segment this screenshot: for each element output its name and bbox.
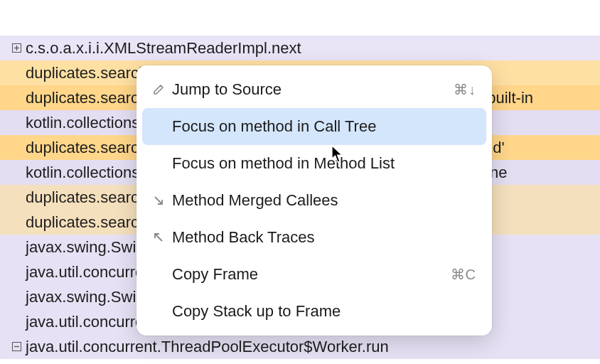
menu-item-jump-to-source[interactable]: Jump to Source ⌘↓ [136,71,492,108]
arrow-up-left-icon [152,231,172,244]
menu-label: Copy Stack up to Frame [172,302,476,321]
stack-frame-text: c.s.o.a.x.i.i.XMLStreamReaderImpl.next [26,36,301,60]
stack-row[interactable]: java.util.concurrent.ThreadPoolExecutor$… [0,334,600,359]
menu-label: Focus on method in Call Tree [172,117,476,136]
menu-label: Copy Frame [172,265,451,284]
svg-line-6 [155,234,162,241]
context-menu: Jump to Source ⌘↓ Focus on method in Cal… [136,65,492,336]
menu-item-focus-method-list[interactable]: Focus on method in Method List [136,145,492,182]
menu-label: Jump to Source [172,80,454,99]
collapse-minus-icon[interactable] [10,342,23,351]
menu-label: Method Back Traces [172,228,476,247]
svg-line-5 [155,197,162,204]
menu-item-merged-callees[interactable]: Method Merged Callees [136,182,492,219]
expand-plus-icon[interactable] [10,43,23,53]
menu-label: Method Merged Callees [172,191,476,210]
menu-item-focus-call-tree[interactable]: Focus on method in Call Tree [142,108,486,145]
arrow-down-right-icon [152,194,172,207]
menu-item-copy-frame[interactable]: Copy Frame ⌘C [136,256,492,293]
menu-item-back-traces[interactable]: Method Back Traces [136,219,492,256]
menu-shortcut: ⌘C [451,266,476,283]
pencil-icon [152,83,172,96]
menu-item-copy-stack[interactable]: Copy Stack up to Frame [136,293,492,330]
menu-shortcut: ⌘↓ [454,81,476,98]
menu-label: Focus on method in Method List [172,154,476,173]
toolbar-spacer [0,0,600,36]
stack-row[interactable]: c.s.o.a.x.i.i.XMLStreamReaderImpl.next [0,36,600,60]
stack-frame-text: java.util.concurrent.ThreadPoolExecutor$… [26,334,389,359]
